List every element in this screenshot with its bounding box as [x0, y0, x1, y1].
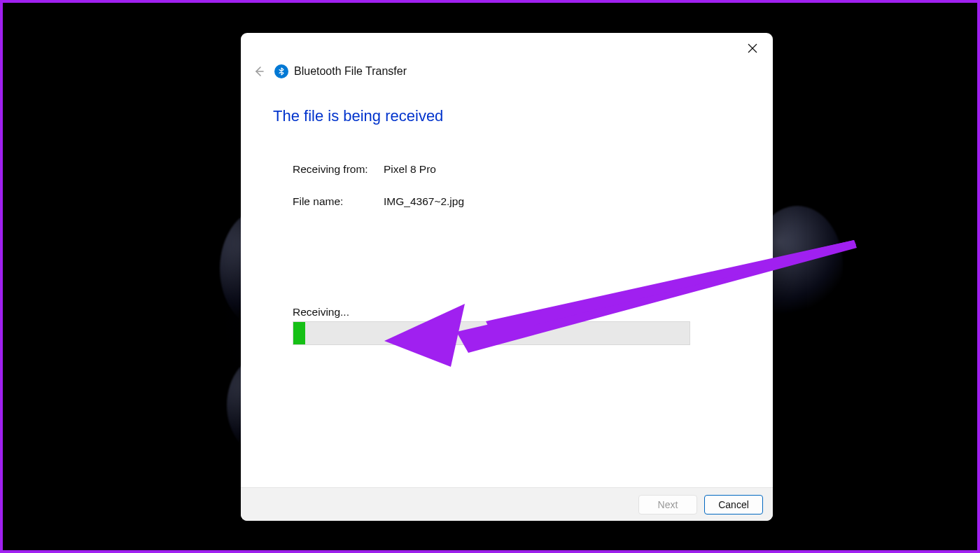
- file-name-value: IMG_4367~2.jpg: [384, 195, 464, 208]
- dialog-content: The file is being received Receiving fro…: [241, 85, 773, 487]
- receiving-from-value: Pixel 8 Pro: [384, 163, 436, 176]
- close-button[interactable]: [738, 37, 767, 59]
- dialog-header: Bluetooth File Transfer: [241, 58, 773, 85]
- next-button: Next: [638, 495, 697, 514]
- progress-section: Receiving...: [273, 306, 741, 345]
- dialog-title: Bluetooth File Transfer: [294, 65, 407, 78]
- progress-fill: [293, 322, 305, 344]
- bluetooth-transfer-dialog: Bluetooth File Transfer The file is bein…: [241, 33, 773, 521]
- arrow-left-icon: [253, 65, 265, 78]
- dialog-footer: Next Cancel: [241, 487, 773, 521]
- desktop-background: Bluetooth File Transfer The file is bein…: [0, 0, 980, 553]
- close-icon: [748, 43, 757, 53]
- receiving-from-label: Receiving from:: [293, 163, 384, 176]
- cancel-button[interactable]: Cancel: [704, 495, 763, 514]
- receiving-from-row: Receiving from: Pixel 8 Pro: [273, 163, 741, 176]
- progress-bar: [293, 321, 690, 345]
- file-name-label: File name:: [293, 195, 384, 208]
- bluetooth-icon: [274, 64, 288, 78]
- back-button[interactable]: [248, 60, 270, 83]
- status-heading: The file is being received: [273, 107, 741, 125]
- file-name-row: File name: IMG_4367~2.jpg: [273, 195, 741, 208]
- progress-label: Receiving...: [293, 306, 741, 318]
